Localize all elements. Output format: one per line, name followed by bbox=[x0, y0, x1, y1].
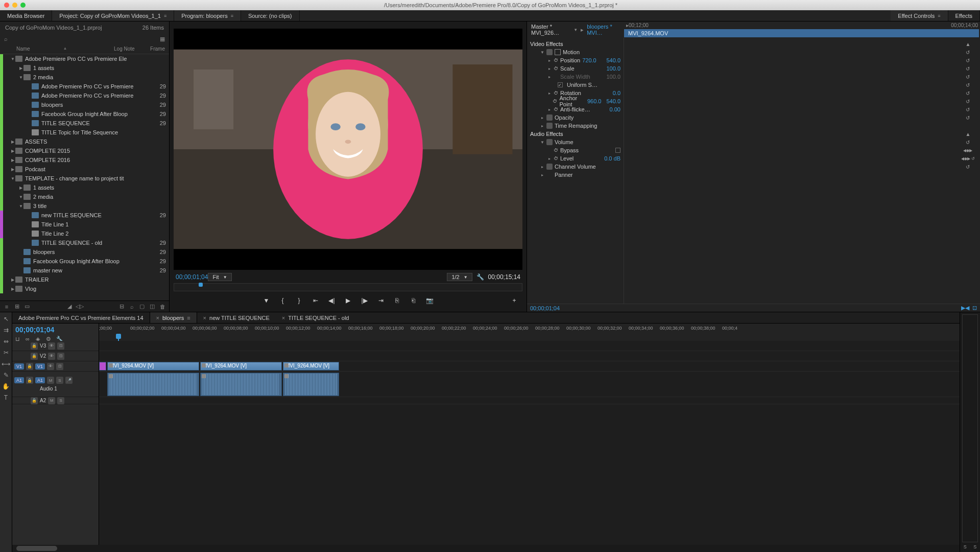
label-color[interactable] bbox=[0, 211, 3, 220]
label-color[interactable] bbox=[0, 119, 3, 128]
keyframe-nav-icon[interactable]: ◀◆▶ bbox=[961, 146, 975, 154]
track-header-a2[interactable]: 🔒A2MS bbox=[12, 397, 99, 404]
tab-media-browser[interactable]: Media Browser bbox=[0, 10, 52, 21]
monitor-scrubber[interactable] bbox=[174, 283, 522, 291]
solo-label[interactable]: S bbox=[973, 544, 976, 549]
eye-icon[interactable]: 👁 bbox=[48, 353, 55, 360]
loop-icon[interactable]: ▶◀ bbox=[961, 305, 969, 311]
label-color[interactable] bbox=[0, 201, 3, 211]
disclosure-icon[interactable]: ▶ bbox=[10, 278, 15, 282]
disclosure-icon[interactable]: ▶ bbox=[10, 158, 15, 163]
stopwatch-icon[interactable]: ⏱ bbox=[554, 58, 558, 63]
go-to-in-icon[interactable]: ⇤ bbox=[310, 295, 321, 306]
keyframe-nav-icon[interactable]: ◀◆▶ ↺ bbox=[961, 154, 975, 163]
sync-lock-icon[interactable]: ⊡ bbox=[57, 353, 64, 360]
panel-menu-icon[interactable]: ≡ bbox=[231, 13, 233, 18]
lock-icon[interactable]: 🔒 bbox=[26, 363, 33, 370]
track-target[interactable]: V1 bbox=[35, 363, 45, 370]
project-item[interactable]: bloopers29 bbox=[0, 247, 169, 257]
zoom-icon[interactable]: ⊡ bbox=[972, 305, 977, 311]
chevron-down-icon[interactable]: ▼ bbox=[573, 28, 578, 32]
lock-icon[interactable]: 🔒 bbox=[31, 342, 38, 350]
tab-effects[interactable]: Effects bbox=[948, 10, 980, 21]
panel-menu-icon[interactable]: ≡ bbox=[187, 315, 190, 321]
time-remapping-effect[interactable]: Time Remapping bbox=[555, 123, 597, 129]
uniform-scale-checkbox[interactable] bbox=[558, 82, 563, 87]
project-item[interactable]: ▶Podcast bbox=[0, 165, 169, 174]
track-v2[interactable] bbox=[99, 351, 960, 361]
project-item[interactable]: Title Line 2 bbox=[0, 229, 169, 238]
pen-tool-icon[interactable]: ✎ bbox=[2, 371, 11, 380]
label-color[interactable] bbox=[0, 146, 3, 155]
label-color[interactable] bbox=[0, 229, 3, 238]
tab-program[interactable]: Program: bloopers≡ bbox=[174, 10, 241, 21]
disclosure-icon[interactable]: ▶ bbox=[10, 167, 15, 172]
fx-badge-icon[interactable] bbox=[546, 123, 553, 129]
ripple-edit-tool-icon[interactable]: ⇔ bbox=[2, 337, 11, 346]
project-item[interactable]: Facebook Group Inight After Bloop29 bbox=[0, 109, 169, 119]
project-item[interactable]: ▼Adobe Premiere Pro CC vs Premiere Ele bbox=[0, 54, 169, 63]
disclosure-icon[interactable]: ▼ bbox=[18, 204, 23, 209]
project-item[interactable]: Title Line 1 bbox=[0, 220, 169, 229]
track-header-v2[interactable]: 🔒V2👁⊡ bbox=[12, 351, 99, 361]
solo-label[interactable]: S bbox=[964, 544, 967, 549]
project-tree[interactable]: ▼Adobe Premiere Pro CC vs Premiere Ele▶1… bbox=[0, 54, 169, 301]
disclosure-icon[interactable]: ▸ bbox=[540, 173, 544, 177]
box-icon[interactable] bbox=[555, 49, 561, 55]
panel-menu-icon[interactable]: ≡ bbox=[938, 13, 940, 18]
disclosure-icon[interactable]: ▶ bbox=[18, 186, 23, 190]
label-color[interactable] bbox=[0, 284, 3, 293]
source-patch[interactable]: A1 bbox=[14, 377, 24, 383]
disclosure-icon[interactable]: ▶ bbox=[10, 140, 15, 144]
video-viewport[interactable] bbox=[174, 29, 522, 270]
settings-icon[interactable]: 🔧 bbox=[476, 273, 484, 281]
mute-icon[interactable]: M bbox=[48, 397, 55, 404]
close-tab-icon[interactable]: × bbox=[203, 315, 206, 321]
zoom-slider-icon[interactable]: ◢ bbox=[66, 303, 73, 310]
sort-icon[interactable]: ▲ bbox=[63, 46, 67, 52]
reset-icon[interactable]: ↺ bbox=[961, 163, 975, 171]
mark-out-icon[interactable]: } bbox=[294, 295, 304, 306]
trash-icon[interactable]: 🗑 bbox=[159, 303, 166, 310]
find-icon[interactable]: ⌕ bbox=[128, 303, 135, 310]
column-frame[interactable]: Frame bbox=[145, 46, 165, 52]
position-y[interactable]: 540.0 bbox=[606, 57, 624, 63]
panner-effect[interactable]: Panner bbox=[555, 172, 572, 178]
new-item-icon[interactable]: ◫ bbox=[149, 303, 156, 310]
play-icon[interactable]: ▶ bbox=[343, 295, 353, 306]
track-a1[interactable] bbox=[99, 372, 960, 397]
disclosure-icon[interactable]: ▸ bbox=[547, 91, 552, 96]
label-color[interactable] bbox=[0, 91, 3, 100]
fx-badge-icon[interactable] bbox=[546, 164, 553, 170]
project-item[interactable]: ▼TEMPLATE - change name to project tit bbox=[0, 174, 169, 183]
fx-badge-icon[interactable] bbox=[546, 139, 553, 145]
label-color[interactable] bbox=[0, 238, 3, 247]
reset-icon[interactable]: ↺ bbox=[961, 64, 975, 73]
close-window-icon[interactable] bbox=[4, 3, 9, 8]
stopwatch-icon[interactable]: ⏱ bbox=[554, 156, 558, 161]
lock-icon[interactable]: 🔒 bbox=[26, 377, 33, 384]
reset-icon[interactable]: ↺ bbox=[961, 97, 975, 105]
reset-icon[interactable]: ↺ bbox=[961, 105, 975, 113]
extract-icon[interactable]: ⎗ bbox=[409, 295, 419, 306]
audio-clip[interactable] bbox=[200, 373, 282, 396]
eye-icon[interactable]: 👁 bbox=[48, 342, 55, 350]
step-back-icon[interactable]: ◀| bbox=[327, 295, 337, 306]
project-item[interactable]: Adobe Premiere Pro CC vs Premiere29 bbox=[0, 82, 169, 91]
lock-icon[interactable]: 🔒 bbox=[31, 397, 38, 404]
reset-icon[interactable]: ↺ bbox=[961, 113, 975, 122]
filter-icon[interactable]: ▦ bbox=[160, 36, 165, 42]
channel-volume-effect[interactable]: Channel Volume bbox=[555, 164, 596, 170]
rotation-value[interactable]: 0.0 bbox=[613, 90, 624, 96]
label-color[interactable] bbox=[0, 174, 3, 183]
project-item[interactable]: ▶1 assets bbox=[0, 63, 169, 73]
label-color[interactable] bbox=[0, 247, 3, 257]
label-color[interactable] bbox=[0, 109, 3, 119]
timeline-scrollbar[interactable] bbox=[12, 545, 960, 552]
audio-meter[interactable]: S S bbox=[960, 312, 980, 552]
solo-icon[interactable]: S bbox=[56, 377, 63, 384]
disclosure-icon[interactable]: ▶ bbox=[10, 287, 15, 291]
sequence-tab[interactable]: Adobe Premiere Pro CC vs Premiere Elemen… bbox=[12, 312, 150, 323]
effect-playhead-tc[interactable]: 00;00;01;04 bbox=[530, 305, 560, 311]
source-patch[interactable]: V1 bbox=[14, 363, 24, 370]
